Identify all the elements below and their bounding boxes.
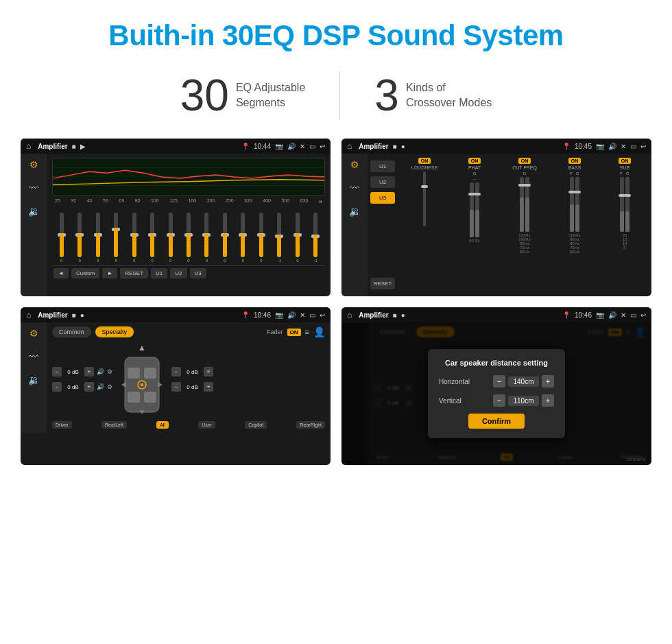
- prev-btn[interactable]: ◄: [53, 268, 69, 278]
- volume-icon-br[interactable]: 🔊: [608, 311, 616, 319]
- xo-icon-vol[interactable]: 🔉: [349, 206, 361, 217]
- eq-slider-col[interactable]: 0: [53, 213, 69, 263]
- eq-icon-wave[interactable]: 〰: [29, 182, 38, 193]
- eq-slider-col[interactable]: 0: [163, 213, 178, 263]
- ch-slider-phat[interactable]: [470, 182, 479, 237]
- eq-slider-col[interactable]: 0: [126, 213, 142, 263]
- back-icon-br[interactable]: ↩: [640, 311, 646, 319]
- camera-icon-tl[interactable]: 📷: [275, 143, 283, 150]
- vertical-minus-btn[interactable]: −: [493, 394, 505, 407]
- close-icon-tl[interactable]: ✕: [300, 143, 305, 150]
- ch-cutfreq: ON CUT FREQ G 125Hz100H: [501, 158, 549, 254]
- scroll-arrows[interactable]: »: [319, 198, 322, 205]
- confirm-button[interactable]: Confirm: [468, 414, 525, 429]
- sp-icon-vol[interactable]: 🔉: [28, 374, 40, 385]
- dialog-row-vertical: Vertical − 110cm +: [439, 394, 554, 407]
- preset-u1[interactable]: U1: [370, 160, 395, 172]
- vol-plus-tl[interactable]: +: [84, 367, 94, 377]
- sp-icon-tune[interactable]: ⚙: [29, 328, 38, 339]
- xo-icon-tune[interactable]: ⚙: [350, 159, 359, 170]
- window-icon-tl[interactable]: ▭: [309, 143, 315, 150]
- rearright-btn[interactable]: RearRight: [296, 421, 325, 429]
- camera-icon-bl[interactable]: 📷: [275, 311, 283, 319]
- common-mode-btn[interactable]: Common: [52, 326, 91, 337]
- volume-icon-bl[interactable]: 🔊: [287, 311, 296, 319]
- u1-btn-eq[interactable]: U1: [151, 268, 167, 278]
- horizontal-plus-btn[interactable]: +: [542, 375, 554, 387]
- preset-u3[interactable]: U3: [370, 192, 395, 204]
- arrow-up[interactable]: ▲: [138, 343, 146, 353]
- app-title-br: Amplifier: [359, 311, 388, 319]
- home-icon[interactable]: ⌂: [26, 141, 31, 151]
- eq-slider-col[interactable]: 0: [235, 213, 251, 263]
- vol-plus-br[interactable]: +: [204, 382, 213, 392]
- window-icon-tr[interactable]: ▭: [630, 143, 636, 150]
- eq-slider-col[interactable]: 5: [108, 213, 123, 263]
- eq-slider-col[interactable]: -1: [308, 213, 324, 263]
- eq-slider-col[interactable]: 0: [199, 213, 215, 263]
- rearleft-btn[interactable]: RearLeft: [101, 421, 127, 429]
- vol-minus-tr[interactable]: −: [171, 367, 181, 377]
- eq-slider-col[interactable]: 0: [71, 213, 87, 263]
- eq-slider-col[interactable]: 0: [289, 213, 305, 263]
- custom-btn[interactable]: Custom: [71, 268, 100, 278]
- camera-icon-tr[interactable]: 📷: [596, 143, 604, 150]
- driver-btn[interactable]: Driver: [52, 421, 72, 429]
- home-icon-tr[interactable]: ⌂: [347, 141, 352, 151]
- sp-top-row: Common Specialty Fader ON ≡ 👤: [52, 326, 325, 337]
- eq-slider-col[interactable]: 0: [180, 213, 196, 263]
- eq-slider-col[interactable]: -1: [272, 213, 287, 263]
- volume-icon-tr[interactable]: 🔊: [608, 143, 616, 150]
- vol-plus-bl[interactable]: +: [84, 382, 94, 392]
- eq-slider-col[interactable]: 0: [144, 213, 160, 263]
- back-icon-tl[interactable]: ↩: [320, 143, 325, 150]
- android-bar-tr: ⌂ Amplifier ■ ● 📍 10:45 📷 🔊 ✕ ▭ ↩: [341, 139, 651, 154]
- vol-minus-bl[interactable]: −: [52, 382, 62, 392]
- close-icon-bl[interactable]: ✕: [300, 311, 305, 319]
- ch-on-loudness[interactable]: ON: [418, 158, 431, 164]
- ch-slider-loudness[interactable]: [423, 171, 426, 226]
- ch-on-cutfreq[interactable]: ON: [518, 158, 531, 164]
- sp-icon-wave[interactable]: 〰: [29, 351, 38, 362]
- vol-plus-tr[interactable]: +: [204, 367, 213, 377]
- specialty-mode-btn[interactable]: Specialty: [95, 326, 134, 337]
- all-btn[interactable]: All: [156, 421, 169, 429]
- home-icon-br[interactable]: ⌂: [347, 310, 352, 320]
- back-icon-bl[interactable]: ↩: [320, 311, 325, 319]
- eq-icon-bl: ⚙: [107, 383, 112, 390]
- eq-icon-vol[interactable]: 🔉: [28, 206, 40, 217]
- user-btn[interactable]: User: [198, 421, 215, 429]
- window-icon-br[interactable]: ▭: [630, 311, 636, 319]
- horizontal-minus-btn[interactable]: −: [493, 375, 505, 387]
- close-icon-br[interactable]: ✕: [621, 311, 626, 319]
- eq-slider-col[interactable]: 0: [217, 213, 232, 263]
- window-icon-bl[interactable]: ▭: [309, 311, 315, 319]
- eq-icon-tune[interactable]: ⚙: [29, 159, 38, 170]
- copilot-btn[interactable]: Copilot: [245, 421, 267, 429]
- fader-on-badge[interactable]: ON: [287, 329, 301, 336]
- xo-icon-wave[interactable]: 〰: [350, 182, 359, 193]
- eq-slider-col[interactable]: 0: [253, 213, 269, 263]
- eq-slider-col[interactable]: 0: [90, 213, 106, 263]
- ch-on-sub[interactable]: ON: [619, 158, 632, 164]
- ch-on-bass[interactable]: ON: [568, 158, 581, 164]
- ch-on-phat[interactable]: ON: [468, 158, 481, 164]
- vertical-plus-btn[interactable]: +: [542, 394, 554, 407]
- vol-minus-br[interactable]: −: [171, 382, 181, 392]
- play-btn[interactable]: ►: [102, 268, 117, 278]
- u3-btn-eq[interactable]: U3: [190, 268, 206, 278]
- ch-slider-sub[interactable]: [620, 177, 629, 232]
- back-icon-tr[interactable]: ↩: [640, 143, 646, 150]
- volume-icon-tl[interactable]: 🔊: [287, 143, 296, 150]
- u2-btn-eq[interactable]: U2: [170, 268, 187, 278]
- home-icon-bl[interactable]: ⌂: [26, 310, 31, 320]
- reset-btn-eq[interactable]: RESET: [120, 268, 148, 278]
- camera-icon-br[interactable]: 📷: [596, 311, 604, 319]
- ch-slider-bass[interactable]: [570, 177, 579, 232]
- vol-minus-tl[interactable]: −: [52, 367, 62, 377]
- preset-u2[interactable]: U2: [370, 176, 395, 188]
- ch-slider-cutfreq[interactable]: [520, 177, 529, 232]
- close-icon-tr[interactable]: ✕: [621, 143, 626, 150]
- ch-label-loudness: LOUDNESS: [411, 165, 438, 170]
- reset-btn-xo[interactable]: RESET: [370, 278, 395, 289]
